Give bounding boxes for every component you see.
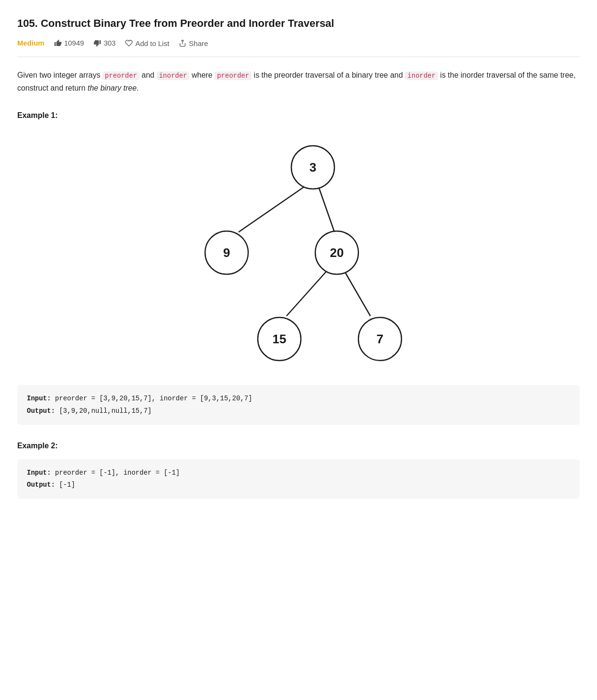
- inorder-inline-2: inorder: [405, 71, 438, 80]
- tree-diagram: 3 9 20 15 7: [17, 129, 580, 373]
- example2-output-line: Output: [-1]: [27, 479, 570, 491]
- likes-number: 10949: [64, 38, 84, 49]
- output-keyword: Output:: [27, 407, 55, 415]
- input-keyword: Input:: [27, 395, 51, 402]
- share-label: Share: [189, 39, 208, 47]
- example1-output-line: Output: [3,9,20,null,null,15,7]: [27, 405, 570, 417]
- example1-section: Example 1: 3 9 20 15 7 Input: preo: [17, 110, 580, 424]
- node-7-label: 7: [377, 332, 383, 346]
- edge-20-7: [344, 270, 370, 316]
- tree-svg: 3 9 20 15 7: [164, 129, 433, 373]
- heart-icon: [125, 39, 133, 47]
- edge-3-20: [318, 184, 334, 232]
- share-button[interactable]: Share: [179, 39, 208, 47]
- share-icon: [179, 39, 186, 47]
- problem-title: 105. Construct Binary Tree from Preorder…: [17, 15, 580, 31]
- input-keyword-2: Input:: [27, 469, 51, 477]
- dislikes-number: 303: [103, 38, 115, 49]
- output-keyword-2: Output:: [27, 481, 55, 489]
- node-15-label: 15: [273, 332, 287, 346]
- node-3-label: 3: [310, 160, 316, 175]
- add-to-list-label: Add to List: [135, 39, 169, 47]
- thumbs-up-icon: [54, 39, 62, 47]
- preorder-inline-1: preorder: [103, 71, 139, 80]
- meta-row: Medium 10949 303 Add to List Share: [17, 38, 580, 57]
- difficulty-badge: Medium: [17, 38, 45, 49]
- add-to-list-button[interactable]: Add to List: [125, 39, 169, 47]
- example1-code-block: Input: preorder = [3,9,20,15,7], inorder…: [17, 385, 580, 424]
- example1-title: Example 1:: [17, 110, 580, 121]
- dislikes-count: 303: [93, 38, 115, 49]
- edge-20-15: [287, 270, 327, 316]
- likes-count: 10949: [54, 38, 84, 49]
- example2-input-line: Input: preorder = [-1], inorder = [-1]: [27, 467, 570, 479]
- edge-3-9: [239, 184, 308, 232]
- thumbs-down-icon: [93, 39, 101, 47]
- example2-code-block: Input: preorder = [-1], inorder = [-1] O…: [17, 459, 580, 499]
- inorder-inline-1: inorder: [157, 71, 190, 80]
- node-20-label: 20: [330, 245, 344, 260]
- example2-title: Example 2:: [17, 440, 580, 452]
- problem-description: Given two integer arrays preorder and in…: [17, 69, 580, 95]
- node-9-label: 9: [223, 245, 230, 260]
- example2-section: Example 2: Input: preorder = [-1], inord…: [17, 440, 580, 499]
- preorder-inline-2: preorder: [215, 71, 252, 80]
- example1-input-line: Input: preorder = [3,9,20,15,7], inorder…: [27, 393, 570, 405]
- italic-text: the binary tree: [88, 84, 137, 92]
